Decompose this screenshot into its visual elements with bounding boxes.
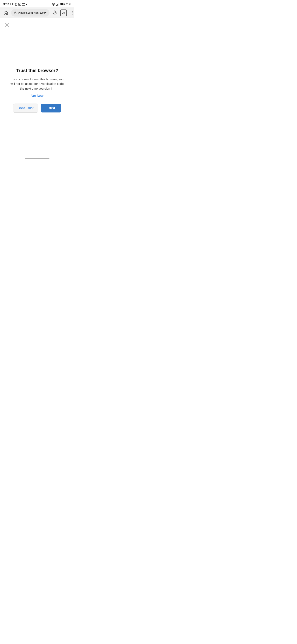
camera-icon <box>22 3 25 6</box>
not-now-link[interactable]: Not Now <box>10 94 64 98</box>
svg-rect-14 <box>57 4 57 6</box>
status-left: 3:32 31 <box>3 2 27 6</box>
dialog-buttons: Don't Trust Trust <box>10 104 64 113</box>
dialog-title: Trust this browser? <box>10 68 64 74</box>
battery-icon <box>60 3 65 5</box>
svg-rect-15 <box>58 4 58 6</box>
status-bar: 3:32 31 <box>0 0 74 8</box>
svg-point-12 <box>53 5 54 5</box>
microphone-button[interactable] <box>51 10 58 16</box>
calendar-icon: 31 <box>18 3 21 6</box>
dot-icon <box>26 2 27 6</box>
svg-point-11 <box>26 4 27 5</box>
browser-chrome: tv.apple.com/?ign-itscg= 26 <box>0 8 74 18</box>
svg-rect-20 <box>54 11 55 13</box>
svg-rect-16 <box>58 3 59 6</box>
address-bar[interactable]: tv.apple.com/?ign-itscg= <box>11 9 49 16</box>
home-indicator <box>25 158 49 159</box>
url-text: tv.apple.com/?ign-itscg= <box>18 11 47 14</box>
clipboard-icon <box>14 3 17 6</box>
tabs-button[interactable]: 26 <box>60 10 67 16</box>
svg-rect-19 <box>14 12 16 14</box>
dont-trust-button[interactable]: Don't Trust <box>13 104 38 113</box>
svg-rect-1 <box>12 4 13 4</box>
battery-percentage: 81% <box>66 3 71 6</box>
wifi-icon <box>52 3 55 6</box>
svg-point-24 <box>72 12 73 13</box>
notification-icon <box>10 3 13 6</box>
signal-icon <box>56 3 59 6</box>
dialog-description: If you choose to trust this browser, you… <box>10 77 64 91</box>
home-button[interactable] <box>2 10 9 16</box>
status-time: 3:32 <box>3 2 9 6</box>
page-content: Trust this browser? If you choose to tru… <box>0 18 74 157</box>
trust-dialog: Trust this browser? If you choose to tru… <box>6 64 68 117</box>
svg-rect-18 <box>61 3 63 5</box>
trust-button[interactable]: Trust <box>41 104 61 112</box>
tabs-count: 26 <box>62 11 65 14</box>
status-icons: 31 <box>10 2 27 6</box>
status-right: 81% <box>52 3 71 6</box>
close-icon <box>5 23 9 28</box>
close-button[interactable] <box>3 22 11 29</box>
more-options-button[interactable] <box>69 10 74 16</box>
svg-point-23 <box>72 11 73 12</box>
svg-point-10 <box>23 4 24 5</box>
more-icon <box>70 10 74 15</box>
home-icon <box>3 10 8 15</box>
microphone-icon <box>53 10 57 15</box>
svg-rect-13 <box>56 5 57 6</box>
svg-point-25 <box>72 14 73 15</box>
lock-icon <box>14 11 16 14</box>
svg-rect-0 <box>10 3 12 5</box>
dot-indicator <box>26 4 27 5</box>
svg-text:31: 31 <box>19 4 20 5</box>
